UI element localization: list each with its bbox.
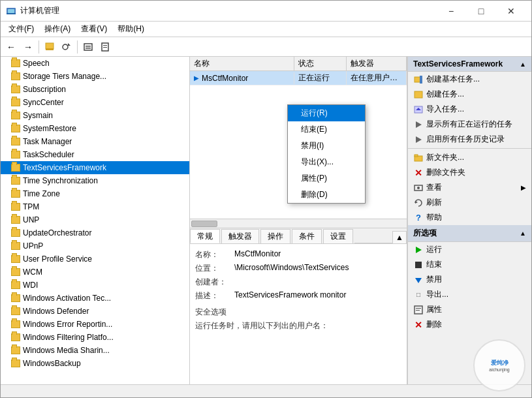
svg-marker-25 (416, 247, 422, 253)
task-cell-trigger: 在任意用户登录时 (347, 71, 407, 85)
actions-title-text: TextServicesFramework (413, 59, 503, 69)
col-header-status[interactable]: 状态 (294, 57, 347, 70)
sidebar-item-textservices[interactable]: TextServicesFramework (1, 161, 189, 174)
show-hide-button[interactable] (80, 39, 96, 55)
svg-marker-19 (416, 136, 422, 143)
action-disable[interactable]: 禁用 (408, 272, 531, 287)
folder-icon (11, 99, 20, 106)
menu-view[interactable]: 查看(V) (76, 22, 112, 36)
detail-tabs: 常规 触发器 操作 条件 设置 ▲ (190, 228, 407, 244)
context-menu-item-delete[interactable]: 删除(D) (288, 187, 365, 203)
action-create-task[interactable]: 创建任务... (408, 87, 531, 102)
create-task-icon (413, 89, 424, 100)
menu-help[interactable]: 帮助(H) (112, 22, 149, 36)
sidebar-item-synccenter[interactable]: SyncCenter (1, 96, 189, 109)
action-delete-folder[interactable]: ✕ 删除文件夹 (408, 165, 531, 180)
action-properties[interactable]: 属性 (408, 302, 531, 317)
sidebar-item-winactivation[interactable]: Windows Activation Tec... (1, 292, 189, 305)
tab-actions[interactable]: 操作 (260, 229, 290, 243)
tab-triggers[interactable]: 触发器 (221, 229, 259, 243)
detail-name-row: 名称： MsCtfMonitor (195, 249, 401, 260)
back-button[interactable]: ← (3, 39, 19, 55)
sidebar-item-sysmain[interactable]: Sysmain (1, 109, 189, 122)
refresh-button[interactable] (59, 39, 74, 55)
sidebar-item-tpm[interactable]: TPM (1, 200, 189, 213)
sidebar-item-upnp[interactable]: UPnP (1, 239, 189, 253)
action-new-folder[interactable]: 新文件夹... (408, 150, 531, 165)
sidebar-item-unp[interactable]: UNP (1, 213, 189, 226)
tab-conditions[interactable]: 条件 (292, 229, 322, 243)
menu-file[interactable]: 文件(F) (3, 22, 39, 36)
sidebar-item-taskscheduler[interactable]: TaskScheduler (1, 148, 189, 161)
sidebar-item-storage[interactable]: Storage Tiers Manage... (1, 70, 189, 83)
sidebar-item-winmedia[interactable]: Windows Media Sharin... (1, 344, 189, 357)
action-refresh[interactable]: 刷新 (408, 195, 531, 210)
sidebar-item-windefender[interactable]: Windows Defender (1, 305, 189, 318)
close-button[interactable]: ✕ (496, 1, 526, 22)
sidebar-item-wdi[interactable]: WDI (1, 279, 189, 292)
view-icon (413, 183, 424, 193)
watermark-text1: 爱纯净 (491, 359, 509, 367)
sidebar-item-systemrestore[interactable]: SystemRestore (1, 122, 189, 135)
svg-rect-26 (415, 262, 422, 268)
tab-general[interactable]: 常规 (190, 229, 220, 243)
folder-icon (11, 125, 20, 132)
sidebar-item-timesync[interactable]: Time Synchronization (1, 174, 189, 187)
folder-icon (11, 190, 20, 198)
context-menu-item-end[interactable]: 结束(E) (288, 121, 365, 138)
new-folder-icon (413, 153, 424, 163)
detail-content: 名称： MsCtfMonitor 位置： \Microsoft\Windows\… (190, 244, 407, 384)
selected-collapse-arrow[interactable]: ▲ (520, 230, 526, 237)
folder-icon (11, 59, 20, 67)
sidebar-item-timezone[interactable]: Time Zone (1, 187, 189, 200)
sidebar-item-winerror[interactable]: Windows Error Reportin... (1, 318, 189, 331)
sidebar-item-updateorch[interactable]: UpdateOrchestrator (1, 226, 189, 239)
col-header-trigger[interactable]: 触发器 (347, 57, 407, 70)
folder-icon (11, 307, 20, 315)
table-row[interactable]: ▶ MsCtfMonitor 正在运行 在任意用户登录时 (190, 71, 407, 85)
delete-icon: ✕ (413, 320, 424, 330)
sidebar-item-taskmanager[interactable]: Task Manager (1, 135, 189, 148)
action-export[interactable]: □ 导出... (408, 287, 531, 302)
scroll-thumb[interactable] (191, 221, 217, 227)
sidebar-item-subscription[interactable]: Subscription (1, 83, 189, 96)
action-sep1 (408, 148, 531, 149)
action-end[interactable]: 结束 (408, 257, 531, 272)
main-window: 计算机管理 − □ ✕ 文件(F) 操作(A) 查看(V) 帮助(H) ← → (0, 0, 532, 398)
action-delete[interactable]: ✕ 删除 (408, 317, 531, 332)
tab-settings[interactable]: 设置 (323, 229, 353, 243)
folder-icon (11, 138, 20, 145)
sidebar-scroll-area[interactable]: Speech Storage Tiers Manage... Subscript… (1, 57, 189, 384)
context-menu-item-export[interactable]: 导出(X)... (288, 154, 365, 170)
action-import[interactable]: 导入任务... (408, 102, 531, 117)
action-show-running[interactable]: 显示所有正在运行的任务 (408, 117, 531, 132)
actions-collapse-arrow[interactable]: ▲ (520, 61, 526, 68)
folder-icon (11, 281, 20, 289)
detail-desc-label: 描述： (195, 290, 234, 301)
properties-button[interactable] (97, 39, 113, 55)
sidebar-item-userprofile[interactable]: User Profile Service (1, 253, 189, 266)
sidebar-item-speech[interactable]: Speech (1, 57, 189, 70)
minimize-button[interactable]: − (436, 1, 466, 22)
toolbar-sep2 (77, 40, 78, 54)
context-menu-item-properties[interactable]: 属性(P) (288, 170, 365, 187)
up-button[interactable] (42, 39, 57, 55)
action-run[interactable]: 运行 (408, 242, 531, 257)
action-help[interactable]: ? 帮助 (408, 210, 531, 225)
context-menu-item-disable[interactable]: 禁用(I) (288, 138, 365, 154)
security-hint: 运行任务时，请用以下列出的用户名： (195, 320, 401, 331)
sidebar-item-winfilter[interactable]: Windows Filtering Platfo... (1, 331, 189, 344)
forward-button[interactable]: → (20, 39, 36, 55)
horizontal-scrollbar[interactable] (190, 219, 407, 228)
sidebar-item-winbackup[interactable]: WindowsBackup (1, 357, 189, 370)
window-title: 计算机管理 (20, 5, 59, 16)
menu-action[interactable]: 操作(A) (39, 22, 76, 36)
action-create-basic[interactable]: 创建基本任务... (408, 72, 531, 87)
maximize-button[interactable]: □ (466, 1, 496, 22)
col-header-name[interactable]: 名称 (190, 57, 294, 70)
sidebar-item-wcm[interactable]: WCM (1, 266, 189, 279)
action-enable-history[interactable]: 启用所有任务历史记录 (408, 132, 531, 147)
context-menu-item-run[interactable]: 运行(R) (288, 105, 365, 121)
tab-collapse[interactable]: ▲ (392, 231, 407, 243)
action-view[interactable]: 查看 ▶ (408, 180, 531, 195)
